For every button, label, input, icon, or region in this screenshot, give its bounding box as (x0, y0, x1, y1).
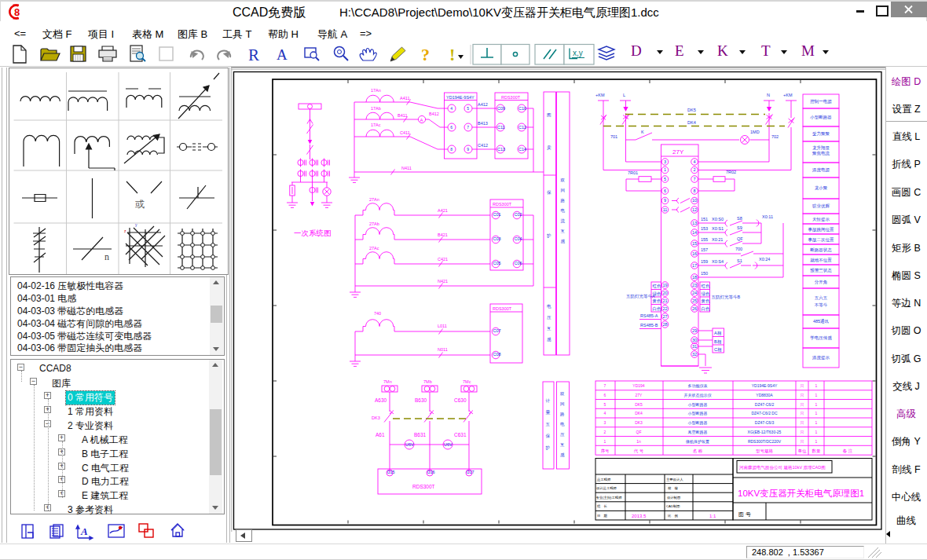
svg-text:控制一电源: 控制一电源 (810, 99, 832, 104)
svg-text:型号规格: 型号规格 (756, 448, 774, 454)
svg-text:只: 只 (801, 393, 804, 397)
svg-text:8: 8 (14, 6, 20, 18)
svg-text:压: 压 (547, 315, 551, 320)
svg-text:护: 护 (546, 233, 551, 238)
svg-text:YD194E-9S4Y: YD194E-9S4Y (752, 383, 778, 388)
svg-text:X0:11: X0:11 (762, 214, 773, 219)
svg-text:1: 1 (815, 411, 818, 415)
svg-text:S9: S9 (737, 225, 742, 230)
svg-text:黄色: 黄色 (702, 298, 711, 303)
svg-text:A相: A相 (714, 331, 721, 335)
svg-text:26: 26 (692, 306, 697, 311)
svg-text:U6V: U6V (405, 442, 414, 447)
svg-text:8: 8 (450, 147, 453, 152)
svg-text:C01: C01 (493, 212, 501, 217)
svg-text:微机保护装置: 微机保护装置 (686, 439, 709, 444)
svg-text:1: 1 (815, 393, 818, 397)
svg-text:7R02: 7R02 (726, 170, 736, 174)
svg-text:31: 31 (692, 344, 697, 349)
svg-text:日 期: 日 期 (597, 514, 607, 518)
svg-text:C411: C411 (400, 130, 410, 135)
svg-text:双: 双 (559, 391, 565, 396)
svg-text:B630: B630 (415, 397, 427, 403)
svg-text:学电压传感: 学电压传感 (810, 335, 832, 340)
svg-text:C06: C06 (515, 261, 522, 265)
svg-text:R: R (248, 46, 259, 64)
svg-text:数量: 数量 (812, 448, 822, 453)
svg-text:6: 6 (664, 188, 666, 193)
svg-text:S1: S1 (737, 258, 742, 263)
svg-text:河南森源电气股份公司 规格10kV 原理CAD图: 河南森源电气股份公司 规格10kV 原理CAD图 (739, 465, 826, 470)
svg-text:感: 感 (560, 452, 565, 457)
svg-text:7Mn: 7Mn (383, 379, 392, 384)
svg-text:A630: A630 (375, 397, 387, 403)
svg-text:21: 21 (662, 298, 667, 303)
svg-text:五: 五 (546, 422, 551, 426)
svg-text:电: 电 (560, 422, 565, 426)
svg-text:电: 电 (547, 304, 551, 309)
svg-text:校 核: 校 核 (668, 486, 679, 490)
svg-text:7: 7 (467, 125, 469, 130)
svg-text:设计制图: 设计制图 (667, 496, 680, 500)
svg-text:只: 只 (801, 383, 804, 388)
svg-text:受力聚聚: 受力聚聚 (812, 131, 830, 137)
svg-text:4: 4 (450, 106, 453, 111)
svg-text:YD8830A: YD8830A (756, 393, 773, 397)
svg-text:X0:24: X0:24 (759, 257, 770, 262)
svg-text:B631: B631 (414, 432, 427, 437)
svg-text:YD194: YD194 (632, 383, 645, 388)
svg-text:互: 互 (547, 326, 551, 331)
svg-text:或: 或 (135, 199, 145, 210)
svg-text:互: 互 (560, 442, 565, 447)
svg-text:事故二次位置: 事故二次位置 (808, 237, 835, 243)
svg-text:路: 路 (560, 412, 565, 416)
svg-text:7Mc: 7Mc (463, 379, 471, 384)
svg-text:A411: A411 (400, 96, 409, 101)
svg-text:小型断路器: 小型断路器 (688, 420, 708, 426)
svg-text:名 称: 名 称 (693, 448, 703, 453)
svg-text:红色: 红色 (653, 284, 662, 288)
svg-text:32: 32 (692, 352, 697, 357)
svg-text:回: 回 (561, 188, 566, 193)
svg-text:11: 11 (663, 207, 668, 212)
svg-text:27An: 27An (369, 197, 379, 202)
svg-text:红色: 红色 (702, 284, 711, 288)
svg-text:感: 感 (547, 337, 551, 342)
svg-text:1: 1 (815, 383, 818, 388)
svg-text:702: 702 (771, 134, 779, 139)
svg-text:DK4: DK4 (687, 120, 696, 125)
svg-text:6: 6 (450, 125, 453, 130)
svg-text:14: 14 (692, 230, 697, 235)
svg-text:7Mb: 7Mb (423, 379, 432, 384)
svg-text:一次系统图: 一次系统图 (294, 229, 332, 237)
svg-text:X0:21: X0:21 (712, 237, 723, 242)
svg-text:序号: 序号 (601, 448, 610, 454)
svg-text:4: 4 (604, 411, 606, 415)
svg-text:B412: B412 (429, 112, 439, 116)
svg-text:27Y: 27Y (636, 393, 643, 397)
svg-text:19: 19 (662, 283, 667, 287)
svg-text:绿色: 绿色 (702, 291, 711, 296)
svg-text:CAD制图: CAD制图 (666, 504, 680, 508)
svg-text:27Y: 27Y (672, 148, 684, 156)
svg-text:开关状态指示仪: 开关状态指示仪 (684, 393, 713, 397)
svg-text:小型断路器: 小型断路器 (809, 115, 832, 119)
svg-text:RDS300T/DC220V: RDS300T/DC220V (748, 439, 782, 444)
svg-text:1: 1 (664, 167, 666, 172)
svg-text:QF: QF (636, 430, 642, 434)
svg-text:1: 1 (815, 439, 818, 444)
svg-text:五防灯光等斗A: 五防灯光等斗A (626, 294, 655, 299)
svg-text:C630: C630 (454, 397, 467, 403)
svg-text:1:1: 1:1 (709, 514, 716, 518)
svg-text:备 注: 备 注 (843, 448, 853, 453)
svg-text:1n: 1n (636, 439, 641, 444)
svg-text:+KM: +KM (595, 93, 605, 97)
svg-text:7: 7 (693, 177, 695, 181)
svg-text:RDS300T: RDS300T (493, 202, 512, 207)
svg-text:1: 1 (815, 430, 818, 434)
svg-text:B421: B421 (438, 232, 448, 237)
svg-text:9: 9 (664, 198, 666, 203)
svg-text:B相: B相 (714, 339, 721, 344)
svg-text:8: 8 (693, 188, 695, 193)
svg-text:X0:S1: X0:S1 (712, 226, 724, 231)
